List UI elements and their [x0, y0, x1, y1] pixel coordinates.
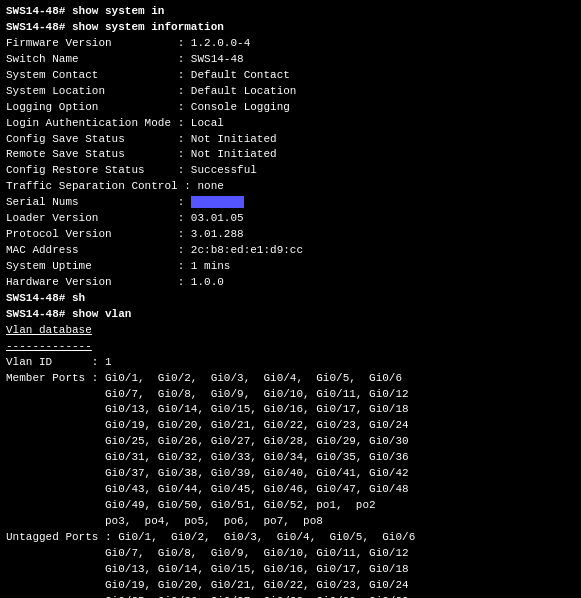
terminal-line: Gi0/19, Gi0/20, Gi0/21, Gi0/22, Gi0/23, … [6, 578, 575, 594]
terminal-line: Gi0/13, Gi0/14, Gi0/15, Gi0/16, Gi0/17, … [6, 402, 575, 418]
terminal-line: Untagged Ports : Gi0/1, Gi0/2, Gi0/3, Gi… [6, 530, 575, 546]
terminal-line: Config Save Status : Not Initiated [6, 132, 575, 148]
terminal-line: Gi0/25, Gi0/26, Gi0/27, Gi0/28, Gi0/29, … [6, 594, 575, 598]
terminal-line: Hardware Version : 1.0.0 [6, 275, 575, 291]
terminal-line: Vlan ID : 1 [6, 355, 575, 371]
terminal-line: SWS14-48# show vlan [6, 307, 575, 323]
terminal-line: Gi0/49, Gi0/50, Gi0/51, Gi0/52, po1, po2 [6, 498, 575, 514]
terminal-line: po3, po4, po5, po6, po7, po8 [6, 514, 575, 530]
terminal-line: Member Ports : Gi0/1, Gi0/2, Gi0/3, Gi0/… [6, 371, 575, 387]
terminal-line: Gi0/13, Gi0/14, Gi0/15, Gi0/16, Gi0/17, … [6, 562, 575, 578]
terminal-line: Gi0/7, Gi0/8, Gi0/9, Gi0/10, Gi0/11, Gi0… [6, 387, 575, 403]
terminal-line: Gi0/7, Gi0/8, Gi0/9, Gi0/10, Gi0/11, Gi0… [6, 546, 575, 562]
terminal-line: Login Authentication Mode : Local [6, 116, 575, 132]
terminal-line: SWS14-48# show system in [6, 4, 575, 20]
terminal-line: Gi0/25, Gi0/26, Gi0/27, Gi0/28, Gi0/29, … [6, 434, 575, 450]
terminal-line: Gi0/31, Gi0/32, Gi0/33, Gi0/34, Gi0/35, … [6, 450, 575, 466]
terminal-line: MAC Address : 2c:b8:ed:e1:d9:cc [6, 243, 575, 259]
terminal-line: Gi0/37, Gi0/38, Gi0/39, Gi0/40, Gi0/41, … [6, 466, 575, 482]
terminal-line: Firmware Version : 1.2.0.0-4 [6, 36, 575, 52]
terminal-output: SWS14-48# show system inSWS14-48# show s… [6, 4, 575, 598]
terminal-line: System Uptime : 1 mins [6, 259, 575, 275]
terminal-line: System Location : Default Location [6, 84, 575, 100]
terminal-line: SWS14-48# sh [6, 291, 575, 307]
terminal-line: Config Restore Status : Successful [6, 163, 575, 179]
terminal-line: System Contact : Default Contact [6, 68, 575, 84]
terminal-line: Serial Nums : [6, 195, 575, 211]
terminal-line: Protocol Version : 3.01.288 [6, 227, 575, 243]
terminal-line: Vlan database [6, 323, 575, 339]
terminal-line: Logging Option : Console Logging [6, 100, 575, 116]
terminal-line: ------------- [6, 339, 575, 355]
terminal-line: SWS14-48# show system information [6, 20, 575, 36]
serial-highlight [191, 196, 244, 208]
terminal-line: Switch Name : SWS14-48 [6, 52, 575, 68]
terminal-line: Gi0/19, Gi0/20, Gi0/21, Gi0/22, Gi0/23, … [6, 418, 575, 434]
terminal-line: Loader Version : 03.01.05 [6, 211, 575, 227]
terminal-line: Traffic Separation Control : none [6, 179, 575, 195]
terminal-line: Remote Save Status : Not Initiated [6, 147, 575, 163]
terminal-line: Gi0/43, Gi0/44, Gi0/45, Gi0/46, Gi0/47, … [6, 482, 575, 498]
